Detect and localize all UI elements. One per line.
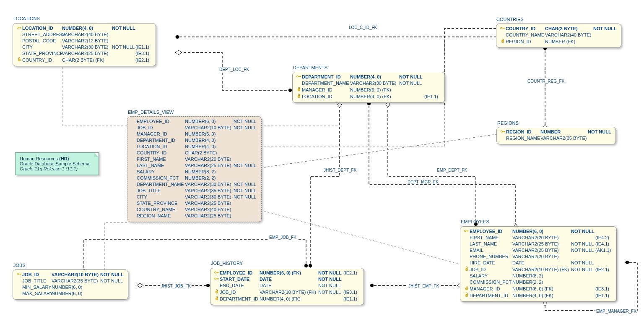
svg-rect-28 (503, 28, 504, 29)
fk-label-jhist-job: JHIST_JOB_FK (160, 284, 192, 288)
lock-icon (464, 292, 470, 299)
schema-note: Human Resources (HR) Oracle Database Sam… (15, 152, 99, 175)
column-nullable: NOT NULL (318, 276, 343, 282)
table-row: REGION_NAMEVARCHAR2(25 BYTE) (500, 135, 612, 141)
column-nullable: NOT NULL (399, 80, 424, 86)
column-nullable: NOT NULL (318, 270, 343, 276)
table-row: LAST_NAMEVARCHAR2(25 BYTE)NOT NULL (131, 162, 258, 169)
note-title: Human Resources (HR) (20, 156, 94, 161)
column-index: (IE4.2) (595, 235, 613, 241)
column-type: DATE (260, 276, 318, 282)
table-row: REGION_NAMEVARCHAR2(25 BYTE) (131, 213, 258, 219)
table-row: LAST_NAMEVARCHAR2(25 BYTE)NOT NULL(IE4.1… (464, 241, 613, 247)
column-name: STREET_ADDRESS (22, 31, 62, 38)
key-icon (16, 25, 22, 31)
svg-rect-47 (217, 272, 218, 273)
svg-point-17 (626, 261, 629, 264)
column-type: CHAR(2 BYTE) (185, 150, 234, 156)
entity-regions[interactable]: REGION_IDNUMBERNOT NULLREGION_NAMEVARCHA… (496, 127, 616, 144)
table-row: REGION_IDNUMBER (FK) (500, 38, 618, 45)
column-name: LOCATION_ID (22, 25, 62, 31)
table-row: EMAILVARCHAR2(25 BYTE)NOT NULL(AK1.1) (464, 247, 613, 254)
column-type: VARCHAR2(10 BYTE) (52, 272, 100, 278)
table-row: END_DATEDATENOT NULL (214, 282, 360, 289)
svg-marker-13 (137, 283, 143, 288)
column-index: (IE3.1) (343, 289, 360, 295)
table-row: SALARYNUMBER(8, 2) (131, 169, 258, 175)
entity-employees[interactable]: EMPLOYEE_IDNUMBER(6, 0)NOT NULLFIRST_NAM… (460, 226, 617, 302)
column-nullable: NOT NULL (112, 25, 135, 31)
column-type: VARCHAR2(25 BYTE) (540, 135, 588, 141)
svg-rect-57 (467, 231, 467, 232)
column-type: NUMBER(6, 0) (FK) (350, 87, 399, 93)
entity-departments[interactable]: DEPARTMENT_IDNUMBER(4, 0)NOT NULLDEPARTM… (292, 72, 445, 103)
svg-rect-56 (468, 231, 468, 232)
column-index: (IE1.1) (424, 94, 441, 100)
table-row: SALARYNUMBER(8, 2) (464, 273, 613, 279)
table-row: LOCATION_IDNUMBER(4, 0)NOT NULL (16, 25, 152, 31)
column-type: NUMBER(6, 0) (52, 284, 100, 290)
key-icon (214, 270, 220, 276)
column-name: COMMISSION_PCT (470, 279, 512, 285)
column-type: NUMBER(6, 0) (52, 290, 100, 297)
fk-label-countr-reg: COUNTR_REG_FK (527, 79, 565, 84)
lock-icon (214, 295, 220, 302)
column-nullable: NOT NULL (571, 267, 595, 273)
column-index: (IE2.1) (343, 270, 360, 276)
svg-rect-29 (502, 40, 504, 42)
column-name: SALARY (470, 273, 512, 279)
lock-icon (500, 38, 506, 45)
column-nullable: NOT NULL (234, 162, 258, 169)
column-name: EMPLOYEE_ID (220, 270, 260, 276)
column-type: VARCHAR2(12 BYTE) (62, 38, 112, 44)
column-name: DEPARTMENT_ID (302, 74, 350, 80)
entity-jobs[interactable]: JOB_IDVARCHAR2(10 BYTE)NOT NULLJOB_TITLE… (13, 269, 128, 300)
column-nullable: NOT NULL (234, 118, 258, 125)
column-type: VARCHAR2(30 BYTE) (62, 44, 112, 50)
svg-point-54 (465, 230, 466, 232)
column-name: COUNTRY_ID (506, 26, 545, 32)
table-row: JOB_IDVARCHAR2(10 BYTE) (FK)NOT NULL(IE2… (464, 266, 613, 273)
entity-countries[interactable]: COUNTRY_IDCHAR(2 BYTE)NOT NULLCOUNTRY_NA… (496, 24, 621, 48)
table-title-emp_details_view: EMP_DETAILS_VIEW (128, 110, 174, 115)
column-type: VARCHAR2(30 BYTE) (185, 194, 234, 200)
column-index: (IE3.1) (595, 286, 613, 292)
column-name: START_DATE (220, 276, 260, 282)
table-row: COUNTRY_IDCHAR(2 BYTE)NOT NULL (500, 26, 618, 32)
column-type: NUMBER(4, 0) (FK) (512, 293, 571, 299)
column-type: VARCHAR2(20 BYTE) (185, 156, 234, 162)
column-nullable: NOT NULL (588, 129, 612, 135)
svg-point-6 (309, 264, 312, 267)
column-type: NUMBER(4, 0) (62, 25, 112, 31)
column-name: DEPARTMENT_ID (137, 137, 185, 144)
column-nullable: NOT NULL (112, 44, 135, 50)
column-type: VARCHAR2(25 BYTE) (185, 162, 234, 169)
table-row: MANAGER_IDNUMBER(6, 0) (131, 131, 258, 137)
entity-locations[interactable]: LOCATION_IDNUMBER(4, 0)NOT NULLSTREET_AD… (13, 23, 156, 66)
column-type: VARCHAR2(10 BYTE) (FK) (512, 267, 571, 273)
column-type: VARCHAR2(10 BYTE) (185, 125, 234, 131)
column-type: VARCHAR2(25 BYTE) (512, 247, 571, 254)
column-name: COUNTRY_ID (137, 150, 185, 156)
svg-rect-27 (504, 28, 504, 29)
table-row: EMPLOYEE_IDNUMBER(6, 0)NOT NULL (131, 118, 258, 125)
column-name: JOB_TITLE (137, 188, 185, 194)
table-row: POSTAL_CODEVARCHAR2(12 BYTE) (16, 38, 152, 44)
lock-icon (464, 266, 470, 273)
fk-label-dept-mgr: DEPT_MGR_FK (407, 180, 439, 184)
fk-label-jhist-emp: JHIST_EMP_FK (408, 284, 440, 288)
column-name: HIRE_DATE (470, 260, 512, 266)
column-index: (IE3.1) (135, 50, 152, 57)
column-name: DEPARTMENT_ID (470, 293, 512, 299)
key-icon (16, 272, 22, 278)
column-type: NUMBER(4, 0) (185, 144, 234, 150)
entity-emp_details_view[interactable]: EMPLOYEE_IDNUMBER(6, 0)NOT NULLJOB_IDVAR… (127, 116, 262, 222)
column-type: NUMBER(2, 2) (512, 279, 571, 285)
table-row: JOB_TITLEVARCHAR2(35 BYTE)NOT NULL (16, 278, 125, 284)
table-row: STATE_PROVINCEVARCHAR2(25 BYTE) (131, 200, 258, 207)
column-name: JOB_ID (22, 272, 52, 278)
column-type: NUMBER(4, 0) (350, 74, 399, 80)
column-name: EMAIL (470, 247, 512, 254)
entity-job_history[interactable]: EMPLOYEE_IDNUMBER(6, 0) (FK)NOT NULL(IE2… (210, 268, 364, 305)
note-line1: Oracle Database Sample Schema (20, 161, 94, 166)
